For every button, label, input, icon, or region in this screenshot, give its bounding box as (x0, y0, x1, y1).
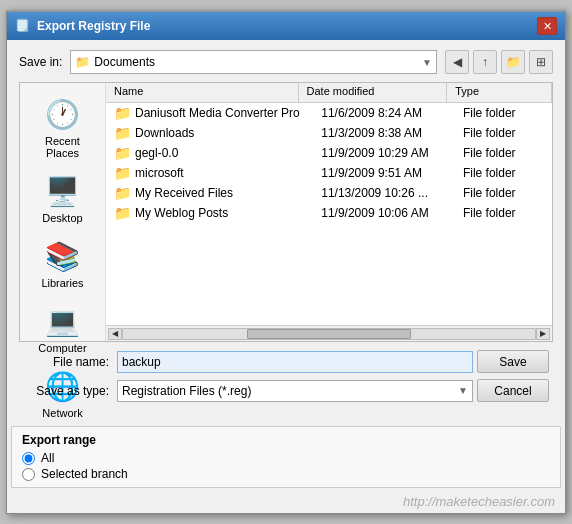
file-type-cell: File folder (455, 126, 552, 140)
file-date-cell: 11/3/2009 8:38 AM (313, 126, 455, 140)
cancel-button[interactable]: Cancel (477, 379, 549, 402)
table-row[interactable]: 📁 gegl-0.0 11/9/2009 10:29 AM File folde… (106, 143, 552, 163)
close-button[interactable]: ✕ (537, 17, 557, 35)
file-date-cell: 11/9/2009 9:51 AM (313, 166, 455, 180)
export-range-section: Export range All Selected branch (11, 426, 561, 488)
file-name-cell: Downloads (135, 126, 313, 140)
folder-icon: 📁 (114, 205, 131, 221)
file-date-cell: 11/9/2009 10:06 AM (313, 206, 455, 220)
save-button[interactable]: Save (477, 350, 549, 373)
sidebar: 🕐 Recent Places 🖥️ Desktop 📚 Libraries 💻… (20, 83, 106, 341)
desktop-icon: 🖥️ (45, 175, 80, 208)
radio-row-all: All (22, 451, 550, 465)
save-as-type-dropdown-arrow: ▼ (458, 385, 468, 396)
file-list-area: Name Date modified Type 📁 Daniusoft Medi… (106, 83, 552, 341)
horizontal-scrollbar: ◀ ▶ (106, 325, 552, 341)
radio-selected-branch[interactable] (22, 468, 35, 481)
folder-icon: 📁 (114, 145, 131, 161)
table-row[interactable]: 📁 Daniusoft Media Converter Pro 11/6/200… (106, 103, 552, 123)
title-bar: 🗒️ Export Registry File ✕ (7, 12, 565, 40)
radio-selected-branch-label: Selected branch (41, 467, 128, 481)
sidebar-item-network-label: Network (42, 407, 82, 419)
back-button[interactable]: ◀ (445, 50, 469, 74)
file-list: 📁 Daniusoft Media Converter Pro 11/6/200… (106, 103, 552, 325)
file-name-cell: microsoft (135, 166, 313, 180)
save-in-dropdown-arrow: ▼ (422, 57, 432, 68)
up-button[interactable]: ↑ (473, 50, 497, 74)
radio-all[interactable] (22, 452, 35, 465)
save-as-type-label: Save as type: (23, 384, 113, 398)
radio-row-selected: Selected branch (22, 467, 550, 481)
dialog-icon: 🗒️ (15, 18, 31, 34)
sidebar-item-desktop[interactable]: 🖥️ Desktop (25, 168, 101, 231)
col-header-type[interactable]: Type (447, 83, 552, 102)
table-row[interactable]: 📁 Downloads 11/3/2009 8:38 AM File folde… (106, 123, 552, 143)
file-type-cell: File folder (455, 106, 552, 120)
save-in-combo[interactable]: 📁 Documents ▼ (70, 50, 437, 74)
export-range-title: Export range (22, 433, 550, 447)
file-date-cell: 11/9/2009 10:29 AM (313, 146, 455, 160)
folder-icon: 📁 (114, 185, 131, 201)
save-in-row: Save in: 📁 Documents ▼ ◀ ↑ 📁 ⊞ (19, 50, 553, 74)
file-type-cell: File folder (455, 206, 552, 220)
new-folder-button[interactable]: 📁 (501, 50, 525, 74)
file-type-cell: File folder (455, 166, 552, 180)
file-name-cell: Daniusoft Media Converter Pro (135, 106, 313, 120)
file-type-cell: File folder (455, 186, 552, 200)
watermark: http://maketecheasier.com (7, 492, 565, 513)
sidebar-item-desktop-label: Desktop (42, 212, 82, 224)
file-name-cell: My Weblog Posts (135, 206, 313, 220)
file-name-row: File name: Save (23, 350, 549, 373)
sidebar-item-recent-places[interactable]: 🕐 Recent Places (25, 91, 101, 166)
recent-places-icon: 🕐 (45, 98, 80, 131)
folder-icon: 📁 (114, 105, 131, 121)
table-row[interactable]: 📁 My Weblog Posts 11/9/2009 10:06 AM Fil… (106, 203, 552, 223)
table-row[interactable]: 📁 My Received Files 11/13/2009 10:26 ...… (106, 183, 552, 203)
title-bar-left: 🗒️ Export Registry File (15, 18, 150, 34)
save-in-label: Save in: (19, 55, 62, 69)
table-row[interactable]: 📁 microsoft 11/9/2009 9:51 AM File folde… (106, 163, 552, 183)
file-name-input[interactable] (117, 351, 473, 373)
scroll-right-button[interactable]: ▶ (536, 328, 550, 340)
file-name-cell: My Received Files (135, 186, 313, 200)
sidebar-item-libraries-label: Libraries (41, 277, 83, 289)
file-type-cell: File folder (455, 146, 552, 160)
dialog-title: Export Registry File (37, 19, 150, 33)
file-date-cell: 11/13/2009 10:26 ... (313, 186, 455, 200)
folder-icon: 📁 (114, 165, 131, 181)
export-registry-dialog: 🗒️ Export Registry File ✕ Save in: 📁 Doc… (6, 10, 566, 514)
dialog-body: Save in: 📁 Documents ▼ ◀ ↑ 📁 ⊞ 🕐 Recent … (7, 40, 565, 420)
sidebar-item-libraries[interactable]: 📚 Libraries (25, 233, 101, 296)
folder-icon: 📁 (114, 125, 131, 141)
toolbar-icons: ◀ ↑ 📁 ⊞ (445, 50, 553, 74)
sidebar-item-recent-places-label: Recent Places (30, 135, 96, 159)
scroll-left-button[interactable]: ◀ (108, 328, 122, 340)
libraries-icon: 📚 (45, 240, 80, 273)
view-button[interactable]: ⊞ (529, 50, 553, 74)
save-as-type-value: Registration Files (*.reg) (122, 384, 251, 398)
hscroll-track (122, 328, 536, 340)
hscroll-thumb[interactable] (247, 329, 412, 339)
file-name-cell: gegl-0.0 (135, 146, 313, 160)
col-header-name[interactable]: Name (106, 83, 299, 102)
radio-all-label: All (41, 451, 54, 465)
file-name-label: File name: (23, 355, 113, 369)
save-in-value: Documents (94, 55, 418, 69)
computer-icon: 💻 (45, 305, 80, 338)
save-as-type-combo[interactable]: Registration Files (*.reg) ▼ (117, 380, 473, 402)
file-list-header: Name Date modified Type (106, 83, 552, 103)
save-as-type-row: Save as type: Registration Files (*.reg)… (23, 379, 549, 402)
file-date-cell: 11/6/2009 8:24 AM (313, 106, 455, 120)
sidebar-item-computer-label: Computer (38, 342, 86, 354)
main-area: 🕐 Recent Places 🖥️ Desktop 📚 Libraries 💻… (19, 82, 553, 342)
sidebar-item-computer[interactable]: 💻 Computer (25, 298, 101, 361)
folder-icon: 📁 (75, 55, 90, 69)
col-header-date[interactable]: Date modified (299, 83, 448, 102)
